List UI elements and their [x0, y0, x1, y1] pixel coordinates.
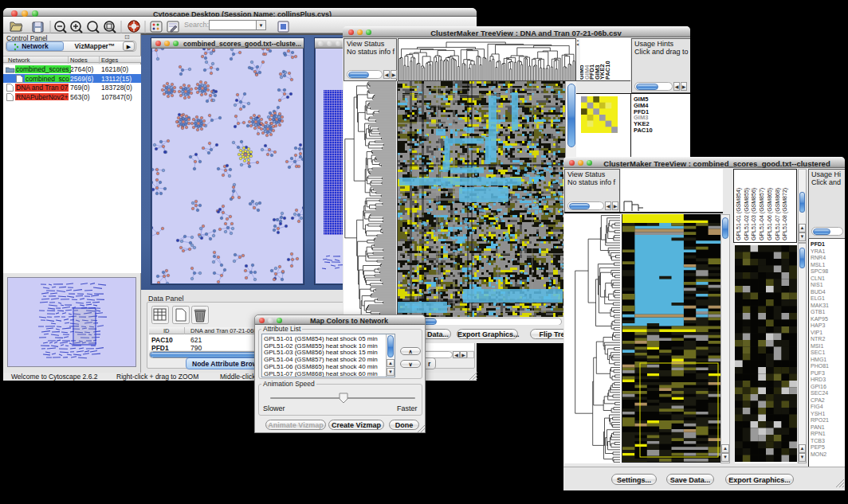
svg-text:GPL51-08 (GSM872): GPL51-08 (GSM872)	[782, 188, 788, 240]
svg-text:PAC10: PAC10	[604, 61, 611, 80]
svg-text:GPL51-02 (GSM855): GPL51-02 (GSM855)	[744, 188, 750, 240]
svg-text:GPL51-07 (GSM868): GPL51-07 (GSM868)	[775, 188, 781, 240]
svg-text:GPL51-01 (GSM854): GPL51-01 (GSM854)	[736, 188, 742, 240]
svg-text:GPL51-03 (GSM856): GPL51-03 (GSM856)	[751, 188, 757, 240]
svg-text:GPL51-04 (GSM857): GPL51-04 (GSM857)	[759, 188, 765, 240]
svg-text:GPL51-06 (GSM865): GPL51-06 (GSM865)	[767, 188, 773, 240]
